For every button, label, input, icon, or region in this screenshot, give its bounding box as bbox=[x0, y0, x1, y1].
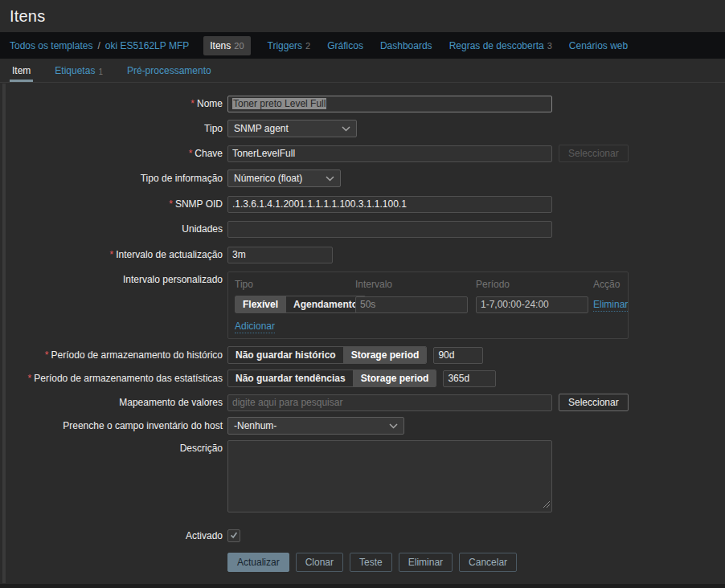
field-label: Tipo de informação bbox=[0, 173, 223, 184]
field-label: *Nome bbox=[0, 98, 223, 109]
key-select-button[interactable]: Seleccionar bbox=[559, 145, 629, 162]
row-tendencias: *Período de armazenamento das estatístic… bbox=[0, 370, 725, 387]
breadcrumb-template-group[interactable]: Todos os templates bbox=[10, 40, 92, 51]
units-input[interactable] bbox=[227, 221, 552, 238]
toggle-trends-storage-period[interactable]: Storage period bbox=[353, 370, 436, 386]
form-tabs: Item Etiquetas1 Pré-processamento bbox=[0, 59, 725, 83]
nav-item-label: Regras de descoberta bbox=[449, 40, 544, 51]
nav-item-graficos[interactable]: Gráficos bbox=[327, 40, 363, 51]
required-marker: * bbox=[110, 249, 114, 260]
field-label: Mapeamento de valores bbox=[0, 397, 223, 408]
row-tipo-informacao: Tipo de informação Númerico (float) bbox=[0, 169, 725, 187]
nav-item-itens[interactable]: Itens20 bbox=[203, 36, 250, 55]
nav-item-label: Itens bbox=[210, 40, 231, 51]
trends-period-input[interactable] bbox=[443, 370, 496, 387]
item-form: *Nome Toner preto Level Full Tipo SNMP a… bbox=[0, 83, 725, 572]
tab-label: Pré-processamento bbox=[127, 65, 211, 76]
nav-item-label: Cenários web bbox=[569, 40, 628, 51]
resize-handle-icon[interactable] bbox=[543, 500, 551, 511]
nav-item-label: Dashboards bbox=[380, 40, 432, 51]
field-label: Unidades bbox=[0, 223, 223, 235]
delete-button[interactable]: Eliminar bbox=[399, 553, 453, 572]
nav-item-count: 2 bbox=[305, 41, 310, 51]
interval-type-toggle: Flexível Agendamento bbox=[235, 296, 366, 313]
selected-text: Toner preto Level Full bbox=[232, 98, 326, 109]
page-title: Itens bbox=[10, 7, 715, 26]
value-type-select[interactable]: Númerico (float) bbox=[227, 169, 341, 187]
test-button[interactable]: Teste bbox=[350, 553, 392, 572]
row-activado: Activado bbox=[0, 529, 725, 543]
toggle-no-trends[interactable]: Não guardar tendências bbox=[228, 370, 353, 386]
breadcrumb-host[interactable]: oki ES5162LP MFP bbox=[105, 40, 190, 51]
form-footer: Actualizar Clonar Teste Eliminar Cancela… bbox=[0, 553, 725, 572]
type-select[interactable]: SNMP agent bbox=[227, 120, 357, 137]
nav-item-cenarios-web[interactable]: Cenários web bbox=[569, 40, 628, 51]
history-period-input[interactable] bbox=[433, 347, 483, 364]
toggle-flexivel[interactable]: Flexível bbox=[236, 296, 285, 312]
row-unidades: Unidades bbox=[0, 220, 725, 238]
value-map-select-button[interactable]: Seleccionar bbox=[559, 394, 629, 411]
trends-storage-toggle: Não guardar tendências Storage period bbox=[227, 370, 436, 387]
cancel-button[interactable]: Cancelar bbox=[459, 553, 517, 572]
update-interval-input[interactable] bbox=[227, 247, 333, 263]
chevron-down-icon bbox=[342, 126, 350, 132]
nav-item-dashboards[interactable]: Dashboards bbox=[380, 40, 432, 51]
toggle-no-history[interactable]: Não guardar histórico bbox=[228, 347, 343, 363]
toggle-agendamento[interactable]: Agendamento bbox=[285, 296, 365, 312]
toggle-history-storage-period[interactable]: Storage period bbox=[343, 347, 427, 363]
select-value: Númerico (float) bbox=[234, 173, 302, 184]
row-intervalo-actualizacao: *Intervalo de actualização bbox=[0, 246, 725, 263]
clone-button[interactable]: Clonar bbox=[296, 553, 343, 572]
col-header-periodo: Período bbox=[476, 279, 593, 290]
field-label: Descrição bbox=[0, 440, 223, 454]
tab-etiquetas[interactable]: Etiquetas1 bbox=[52, 59, 105, 82]
custom-intervals-header: Tipo Intervalo Período Acção bbox=[235, 279, 621, 290]
key-input[interactable] bbox=[227, 145, 552, 162]
required-marker: * bbox=[45, 349, 49, 361]
required-marker: * bbox=[190, 98, 195, 109]
required-marker: * bbox=[169, 198, 173, 210]
add-interval-link[interactable]: Adicionar bbox=[235, 321, 275, 333]
field-label: *Chave bbox=[0, 148, 223, 159]
custom-interval-row: Flexível Agendamento Eliminar bbox=[235, 296, 621, 313]
nav-item-regras-descoberta[interactable]: Regras de descoberta3 bbox=[449, 40, 552, 51]
row-nome: *Nome Toner preto Level Full bbox=[0, 95, 725, 112]
enabled-checkbox[interactable] bbox=[227, 529, 240, 542]
left-edge-strip bbox=[2, 84, 6, 583]
description-textarea[interactable] bbox=[227, 440, 552, 512]
interval-period-input[interactable] bbox=[476, 296, 588, 313]
value-map-input[interactable] bbox=[227, 394, 552, 411]
entity-menu: Itens20 Triggers2 Gráficos Dashboards Re… bbox=[203, 36, 645, 55]
col-header-intervalo: Intervalo bbox=[355, 279, 476, 290]
nav-item-count: 3 bbox=[547, 41, 552, 51]
chevron-down-icon bbox=[326, 176, 334, 182]
bottom-edge-strip bbox=[0, 584, 725, 588]
field-label: Activado bbox=[0, 530, 223, 541]
field-label: *Período de armazenamento do histórico bbox=[0, 349, 223, 361]
interval-delay-input[interactable] bbox=[355, 296, 468, 313]
remove-interval-link[interactable]: Eliminar bbox=[593, 299, 628, 312]
row-chave: *Chave Seleccionar bbox=[0, 145, 725, 162]
nav-item-triggers[interactable]: Triggers2 bbox=[268, 40, 311, 51]
snmp-oid-input[interactable] bbox=[227, 196, 552, 213]
row-snmp-oid: *SNMP OID bbox=[0, 195, 725, 213]
row-mapeamento: Mapeamento de valores Seleccionar bbox=[0, 394, 725, 411]
field-label: *Período de armazenamento das estatístic… bbox=[0, 373, 223, 384]
field-label: Intervalo personalizado bbox=[0, 272, 223, 285]
tab-item[interactable]: Item bbox=[10, 59, 33, 82]
row-historico: *Período de armazenamento do histórico N… bbox=[0, 346, 725, 364]
field-label: Tipo bbox=[0, 123, 223, 134]
tab-pre-processamento[interactable]: Pré-processamento bbox=[125, 59, 214, 82]
inventory-field-select[interactable]: -Nenhum- bbox=[227, 417, 404, 435]
name-input[interactable]: Toner preto Level Full bbox=[227, 96, 552, 112]
required-marker: * bbox=[28, 373, 32, 384]
required-marker: * bbox=[189, 148, 193, 159]
col-header-tipo: Tipo bbox=[235, 279, 355, 290]
tab-count: 1 bbox=[98, 67, 103, 76]
tab-label: Item bbox=[12, 65, 31, 76]
update-button[interactable]: Actualizar bbox=[227, 553, 289, 572]
col-header-accao: Acção bbox=[593, 279, 621, 290]
tab-label: Etiquetas bbox=[55, 65, 95, 76]
select-value: -Nenhum- bbox=[234, 420, 276, 431]
nav-item-label: Triggers bbox=[268, 40, 303, 51]
